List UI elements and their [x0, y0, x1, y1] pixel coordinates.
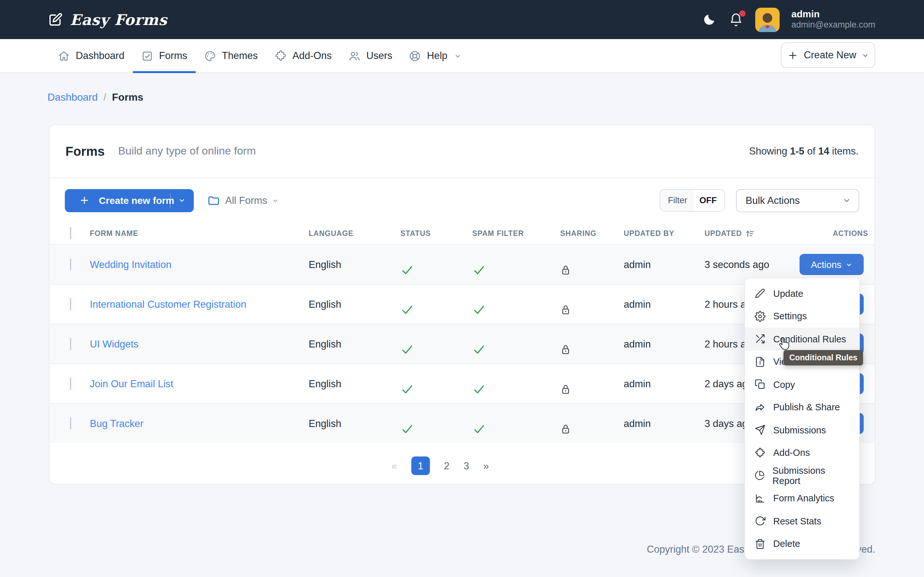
menu-item-update[interactable]: Update	[745, 282, 859, 305]
puzzle-icon	[275, 50, 287, 62]
form-name-link[interactable]: UI Widgets	[90, 338, 139, 349]
user-info[interactable]: admin admin@example.com	[791, 8, 875, 31]
send-icon	[754, 425, 766, 436]
pagination-last[interactable]: »	[483, 460, 489, 472]
folder-filter[interactable]: All Forms	[207, 194, 279, 207]
lock-icon	[560, 304, 624, 316]
showing-summary: Showing 1-5 of 14 items.	[749, 145, 859, 157]
puzzle-icon	[754, 448, 766, 458]
menu-item-settings[interactable]: Settings	[745, 305, 859, 327]
form-name-link[interactable]: International Customer Registration	[90, 298, 246, 309]
nav-item-themes[interactable]: Themes	[196, 39, 266, 73]
bulk-actions-label: Bulk Actions	[746, 195, 800, 206]
table-toolbar: Create new form All Forms Filter OFF Bul…	[49, 178, 875, 222]
form-name-link[interactable]: Bug Tracker	[90, 418, 144, 429]
select-all-checkbox[interactable]	[70, 227, 71, 239]
gear-icon	[754, 311, 766, 322]
notifications-bell-icon[interactable]	[728, 12, 744, 27]
pie-chart-icon	[754, 470, 765, 481]
language-cell: English	[309, 338, 401, 350]
pagination-page-2[interactable]: 2	[444, 460, 449, 472]
row-checkbox[interactable]	[70, 377, 71, 390]
nav-label: Themes	[222, 50, 258, 61]
menu-item-copy[interactable]: Copy	[745, 373, 859, 396]
actions-button[interactable]: Actions	[800, 254, 864, 275]
column-language[interactable]: Language	[309, 229, 401, 237]
menu-item-submissions-report[interactable]: Submissions Report	[745, 464, 859, 487]
refresh-icon	[754, 516, 766, 527]
pencil-square-icon	[47, 12, 63, 27]
updated-by-cell: admin	[624, 298, 704, 310]
chevron-down-icon[interactable]	[178, 197, 186, 204]
language-cell: English	[309, 378, 401, 390]
dark-mode-moon-icon[interactable]	[701, 12, 717, 27]
status-check-icon	[401, 263, 472, 277]
form-name-link[interactable]: Wedding Invitation	[90, 259, 172, 269]
pagination-page-3[interactable]: 3	[464, 460, 469, 472]
check-square-icon	[141, 50, 153, 62]
lock-icon	[560, 384, 624, 396]
updated-by-cell: admin	[624, 418, 704, 429]
row-checkbox[interactable]	[70, 338, 71, 350]
menu-item-publish-share[interactable]: Publish & Share	[745, 396, 859, 419]
bulk-actions-select[interactable]: Bulk Actions	[736, 189, 859, 212]
chevron-down-icon	[455, 52, 462, 59]
column-sharing[interactable]: Sharing	[560, 229, 624, 237]
pagination: « 1 2 3 »	[27, 443, 853, 488]
chevron-down-icon	[846, 261, 853, 268]
form-name-link[interactable]: Join Our Email List	[90, 378, 173, 389]
brand-logo[interactable]: Easy Forms	[47, 11, 167, 28]
row-checkbox[interactable]	[70, 417, 71, 429]
column-updated-by[interactable]: Updated By	[624, 229, 704, 237]
sort-descending-icon	[745, 229, 754, 238]
column-spam-filter[interactable]: Spam Filter	[472, 229, 560, 237]
breadcrumb-link-dashboard[interactable]: Dashboard	[47, 92, 98, 103]
nav-item-dashboard[interactable]: Dashboard	[49, 39, 133, 73]
column-actions: Actions	[800, 229, 876, 237]
page-title: Forms	[65, 144, 105, 159]
create-new-form-button[interactable]: Create new form	[65, 189, 194, 212]
nav-item-add-ons[interactable]: Add-Ons	[266, 39, 340, 73]
column-status[interactable]: Status	[401, 229, 472, 237]
menu-item-submissions[interactable]: Submissions	[745, 419, 859, 442]
folder-filter-label: All Forms	[225, 195, 267, 206]
file-info-icon	[754, 356, 766, 367]
spam-check-icon	[472, 263, 560, 277]
updated-by-cell: admin	[624, 338, 704, 350]
nav-label: Dashboard	[76, 50, 124, 61]
column-form-name[interactable]: Form Name	[90, 229, 309, 237]
create-new-button[interactable]: Create New	[781, 42, 875, 68]
user-email: admin@example.com	[791, 20, 875, 31]
row-checkbox[interactable]	[70, 298, 71, 310]
button-divider	[170, 193, 171, 207]
pagination-first[interactable]: «	[391, 460, 397, 472]
filter-toggle[interactable]: Filter OFF	[660, 189, 725, 211]
pencil-icon	[754, 288, 766, 299]
menu-item-delete[interactable]: Delete	[745, 532, 859, 555]
nav-item-users[interactable]: Users	[340, 39, 401, 73]
pagination-page-1[interactable]: 1	[411, 456, 430, 475]
lock-icon	[560, 264, 624, 276]
menu-item-conditional-rules[interactable]: Conditional Rules	[745, 327, 859, 350]
row-checkbox[interactable]	[70, 258, 71, 270]
breadcrumb-current: Forms	[112, 92, 144, 103]
user-avatar[interactable]	[755, 7, 780, 32]
column-updated[interactable]: Updated	[704, 229, 800, 238]
breadcrumb-separator: /	[98, 92, 112, 103]
menu-item-reset-stats[interactable]: Reset Stats	[745, 510, 859, 532]
spam-check-icon	[472, 303, 560, 317]
actions-context-menu: Update Settings Conditional Rules View C…	[744, 277, 860, 560]
trash-icon	[754, 538, 766, 550]
menu-item-add-ons[interactable]: Add-Ons	[745, 442, 859, 464]
lock-icon	[560, 423, 624, 435]
nav-item-help[interactable]: Help	[401, 39, 470, 73]
create-form-label: Create new form	[99, 195, 174, 206]
menu-item-form-analytics[interactable]: Form Analytics	[745, 487, 859, 510]
plus-icon	[79, 195, 90, 206]
chevron-down-icon	[862, 52, 869, 59]
spam-check-icon	[472, 343, 560, 356]
nav-label: Users	[367, 50, 393, 61]
folder-icon	[207, 194, 220, 207]
nav-item-forms[interactable]: Forms	[133, 39, 196, 73]
chevron-down-icon	[843, 196, 851, 205]
